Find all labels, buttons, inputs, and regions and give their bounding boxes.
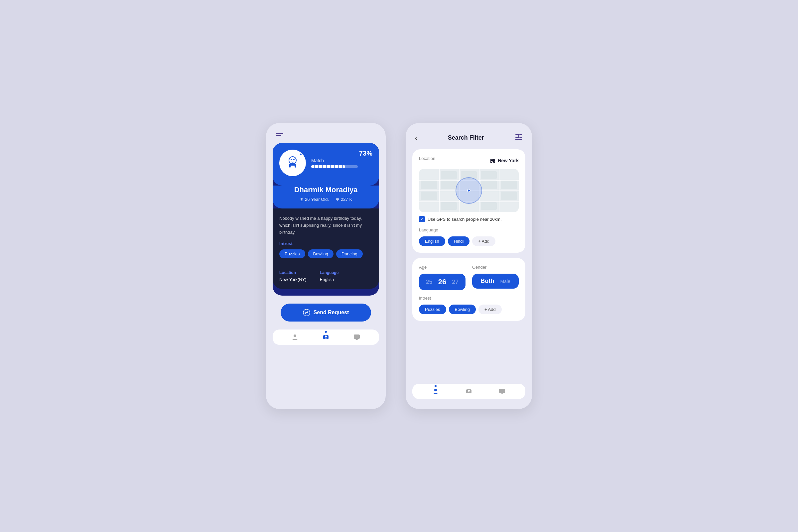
svg-point-13 [325, 336, 327, 338]
gender-male[interactable]: Male [500, 279, 510, 284]
interest-tags: Puzzles Bowling Dancing [279, 249, 373, 258]
profile-body: Nobody wished me a happy birthday today,… [273, 208, 379, 265]
svg-point-20 [518, 136, 519, 138]
intrest-puzzles[interactable]: Puzzles [419, 305, 446, 314]
svg-point-11 [293, 335, 296, 337]
match-label: Match [311, 158, 373, 163]
location-label: Location [279, 270, 307, 275]
lang-tag-hindi[interactable]: Hindi [448, 236, 470, 246]
tag-bowling[interactable]: Bowling [308, 249, 334, 258]
match-bar-fill [311, 165, 345, 168]
chat-nav2-icon [498, 388, 506, 395]
svg-rect-25 [491, 159, 492, 160]
tag-puzzles[interactable]: Puzzles [279, 249, 305, 258]
profile-name-section: Dharmik Moradiya 26 Year Old. 227 K [273, 186, 379, 208]
intrest-add[interactable]: + Add [478, 305, 502, 314]
send-request-button[interactable]: Send Request [281, 304, 371, 322]
map-pin [467, 189, 471, 192]
map-block [441, 171, 457, 179]
age-selector[interactable]: 25 26 27 [419, 274, 466, 290]
map-block [481, 180, 497, 189]
svg-point-3 [293, 159, 294, 160]
nav-item-person[interactable] [291, 334, 299, 341]
send-request-label: Send Request [314, 309, 349, 316]
svg-rect-30 [494, 161, 494, 162]
match-bar [311, 165, 358, 168]
avatar [279, 150, 306, 176]
language-label: Language [320, 270, 339, 275]
gps-checkbox[interactable]: ✓ [419, 216, 425, 222]
footer-location: Location New York(NY) [279, 270, 307, 282]
nav-item-card[interactable] [322, 334, 329, 341]
intrest-bowling[interactable]: Bowling [449, 305, 476, 314]
menu-icon[interactable] [276, 133, 283, 136]
heart-icon [336, 197, 340, 202]
nav2-item-card[interactable] [465, 388, 473, 395]
nav2-item-person[interactable] [432, 388, 439, 395]
svg-rect-14 [354, 335, 360, 339]
lang-tag-add[interactable]: + Add [472, 236, 495, 246]
filter-title: Search Filter [448, 134, 484, 141]
svg-rect-28 [491, 161, 492, 162]
map-block [481, 202, 497, 210]
age-26[interactable]: 26 [438, 278, 446, 286]
settings-icon [515, 133, 523, 141]
age-25[interactable]: 25 [426, 279, 433, 286]
nav2-item-chat[interactable] [498, 388, 506, 395]
location-header: Location New York [419, 156, 519, 165]
language-section-label: Language [419, 227, 519, 232]
svg-point-17 [518, 134, 520, 136]
intrest-tags: Puzzles Bowling + Add [419, 305, 519, 314]
svg-rect-6 [294, 164, 296, 168]
card-nav2-icon [465, 388, 473, 395]
filter-header: ‹ Search Filter [412, 133, 525, 142]
intrest-section: Intrest Puzzles Bowling + Add [419, 296, 519, 314]
svg-point-32 [434, 389, 437, 391]
svg-rect-16 [519, 134, 522, 135]
svg-point-7 [301, 198, 303, 200]
nav-item-chat[interactable] [353, 334, 360, 341]
svg-rect-31 [492, 162, 493, 163]
gender-both[interactable]: Both [480, 278, 494, 285]
svg-point-10 [307, 311, 308, 312]
avatar-online-dot [300, 153, 303, 156]
map-container[interactable] [419, 169, 519, 212]
gender-section: Gender Both Male [472, 265, 519, 290]
map-block [421, 180, 437, 189]
age-section: Age 25 26 27 [419, 265, 466, 290]
svg-rect-27 [494, 159, 494, 160]
svg-rect-5 [289, 164, 291, 168]
handshake-icon [303, 309, 310, 316]
svg-point-34 [468, 390, 470, 392]
card-nav-icon [322, 334, 329, 341]
age-gender-row: Age 25 26 27 Gender Both Male [419, 265, 519, 290]
profile-age: 26 Year Old. [300, 197, 329, 202]
language-tags: English Hindi + Add [419, 236, 519, 246]
lang-tag-english[interactable]: English [419, 236, 445, 246]
tag-dancing[interactable]: Dancing [336, 249, 363, 258]
map-block [501, 180, 517, 189]
person-icon [300, 197, 304, 202]
age-27[interactable]: 27 [452, 279, 458, 286]
bottom-nav-2 [412, 384, 525, 399]
gps-checkbox-row[interactable]: ✓ Use GPS to search people near 20km. [419, 216, 519, 222]
gender-label: Gender [472, 265, 519, 270]
filter-settings-icon[interactable] [515, 133, 523, 142]
phone1-header [273, 133, 379, 143]
back-button[interactable]: ‹ [415, 134, 417, 141]
bottom-nav-1 [273, 329, 379, 345]
age-label: Age [419, 265, 466, 270]
match-percent: 73% [359, 150, 373, 157]
language-value: English [320, 277, 334, 282]
person-nav-icon [291, 334, 299, 341]
profile-card: Match 73% Dharmik Moradiya 26 Year Old. [273, 143, 379, 296]
interest-label: Intrest [279, 241, 373, 246]
gender-selector[interactable]: Both Male [472, 274, 519, 289]
profile-footer: Location New York(NY) Language English [273, 265, 379, 289]
svg-rect-19 [519, 137, 522, 138]
chat-nav-icon [353, 334, 360, 341]
profile-meta: 26 Year Old. 227 K [279, 197, 373, 202]
map-block [481, 171, 497, 179]
map-block [421, 191, 437, 200]
location-section-label: Location [419, 156, 435, 161]
